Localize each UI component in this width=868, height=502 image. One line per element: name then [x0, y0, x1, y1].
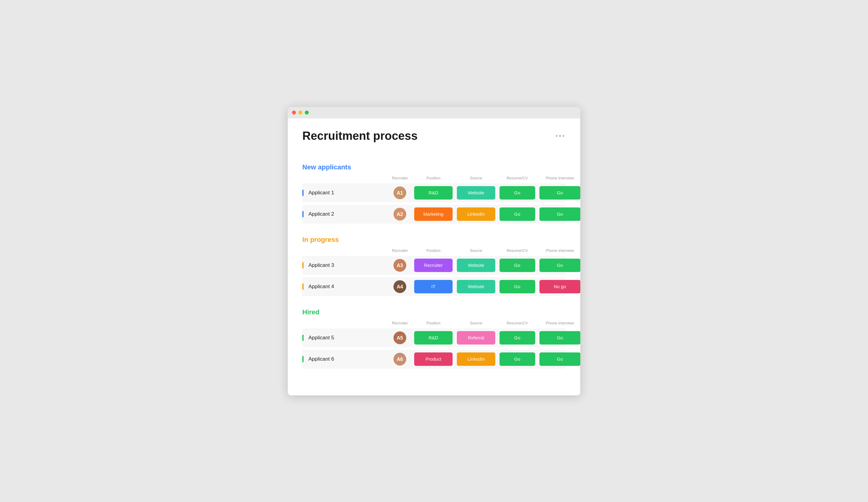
- svg-text:A5: A5: [397, 335, 403, 341]
- phone-badge[interactable]: Go: [537, 259, 580, 272]
- more-options-icon[interactable]: •••: [556, 133, 566, 139]
- recruiter-avatar: A5: [388, 332, 412, 344]
- resume-badge[interactable]: Go: [497, 259, 537, 272]
- col-header-3: Source: [455, 321, 497, 325]
- col-header-4: Resume/CV: [497, 176, 537, 180]
- table-row: Applicant 3 A3 RecruiterWebsiteGoGo: [302, 256, 566, 275]
- position-badge[interactable]: Marketing: [412, 207, 455, 221]
- column-headers: RecruiterPositionSourceResume/CVPhone in…: [302, 320, 566, 328]
- applicant-name[interactable]: Applicant 3: [302, 262, 388, 268]
- table-row: Applicant 6 A6 ProductLinkedInGoGoGo: [302, 350, 566, 368]
- recruiter-avatar: A4: [388, 280, 412, 293]
- recruiter-avatar: A3: [388, 259, 412, 272]
- table-row: Applicant 4 A4 ITWebsiteGoNo go: [302, 277, 566, 296]
- phone-badge[interactable]: No go: [537, 280, 580, 293]
- section-title-hired: Hired: [302, 308, 566, 316]
- col-header-5: Phone interview: [537, 321, 580, 325]
- applicant-name[interactable]: Applicant 1: [302, 190, 388, 196]
- phone-badge[interactable]: Go: [537, 331, 580, 345]
- phone-badge[interactable]: Go: [537, 207, 580, 221]
- applicant-name[interactable]: Applicant 2: [302, 211, 388, 217]
- col-header-1: Recruiter: [388, 248, 412, 253]
- source-badge[interactable]: Website: [455, 186, 497, 199]
- section-in-progress: In progressRecruiterPositionSourceResume…: [302, 236, 566, 296]
- col-header-3: Source: [455, 248, 497, 253]
- recruiter-avatar: A2: [388, 208, 412, 221]
- resume-badge[interactable]: Go: [497, 186, 537, 199]
- resume-badge[interactable]: Go: [497, 331, 537, 345]
- section-title-new-applicants: New applicants: [302, 163, 566, 171]
- resume-badge[interactable]: Go: [497, 207, 537, 221]
- phone-badge[interactable]: Go: [537, 353, 580, 366]
- col-header-1: Recruiter: [388, 176, 412, 180]
- source-badge[interactable]: LinkedIn: [455, 207, 497, 221]
- position-badge[interactable]: R&D: [412, 186, 455, 199]
- section-title-in-progress: In progress: [302, 236, 566, 244]
- close-button[interactable]: [292, 111, 296, 115]
- table-row: Applicant 2 A2 MarketingLinkedInGoGo: [302, 205, 566, 223]
- position-badge[interactable]: IT: [412, 280, 455, 293]
- titlebar: [288, 107, 580, 118]
- app-window: Recruitment process ••• New applicantsRe…: [288, 107, 580, 395]
- svg-text:A3: A3: [397, 263, 403, 268]
- svg-text:A6: A6: [397, 357, 403, 362]
- col-header-4: Resume/CV: [497, 321, 537, 325]
- svg-text:A4: A4: [397, 284, 403, 289]
- minimize-button[interactable]: [298, 111, 302, 115]
- col-header-5: Phone interview: [537, 248, 580, 253]
- position-badge[interactable]: R&D: [412, 331, 455, 345]
- col-header-3: Source: [455, 176, 497, 180]
- resume-badge[interactable]: Go: [497, 353, 537, 366]
- svg-text:A1: A1: [397, 190, 403, 196]
- applicant-name[interactable]: Applicant 4: [302, 284, 388, 290]
- applicant-name[interactable]: Applicant 5: [302, 335, 388, 341]
- source-badge[interactable]: Website: [455, 259, 497, 272]
- col-header-1: Recruiter: [388, 321, 412, 325]
- col-header-2: Position: [412, 176, 455, 180]
- source-badge[interactable]: LinkedIn: [455, 353, 497, 366]
- resume-badge[interactable]: Go: [497, 280, 537, 293]
- col-header-4: Resume/CV: [497, 248, 537, 253]
- position-badge[interactable]: Recruiter: [412, 259, 455, 272]
- maximize-button[interactable]: [305, 111, 309, 115]
- page-title: Recruitment process: [302, 129, 417, 143]
- section-new-applicants: New applicantsRecruiterPositionSourceRes…: [302, 163, 566, 223]
- sections-container: New applicantsRecruiterPositionSourceRes…: [302, 163, 566, 368]
- col-header-5: Phone interview: [537, 176, 580, 180]
- svg-text:A2: A2: [397, 212, 403, 217]
- column-headers: RecruiterPositionSourceResume/CVPhone in…: [302, 175, 566, 184]
- source-badge[interactable]: Referral: [455, 331, 497, 345]
- main-content: Recruitment process ••• New applicantsRe…: [288, 118, 580, 395]
- table-row: Applicant 1 A1 R&DWebsiteGoGo: [302, 184, 566, 202]
- source-badge[interactable]: Website: [455, 280, 497, 293]
- position-badge[interactable]: Product: [412, 353, 455, 366]
- recruiter-avatar: A6: [388, 353, 412, 366]
- col-header-2: Position: [412, 321, 455, 325]
- table-row: Applicant 5 A5 R&DReferralGoGoGo: [302, 328, 566, 347]
- recruiter-avatar: A1: [388, 186, 412, 199]
- column-headers: RecruiterPositionSourceResume/CVPhone in…: [302, 247, 566, 256]
- applicant-name[interactable]: Applicant 6: [302, 356, 388, 362]
- section-hired: HiredRecruiterPositionSourceResume/CVPho…: [302, 308, 566, 368]
- phone-badge[interactable]: Go: [537, 186, 580, 199]
- col-header-2: Position: [412, 248, 455, 253]
